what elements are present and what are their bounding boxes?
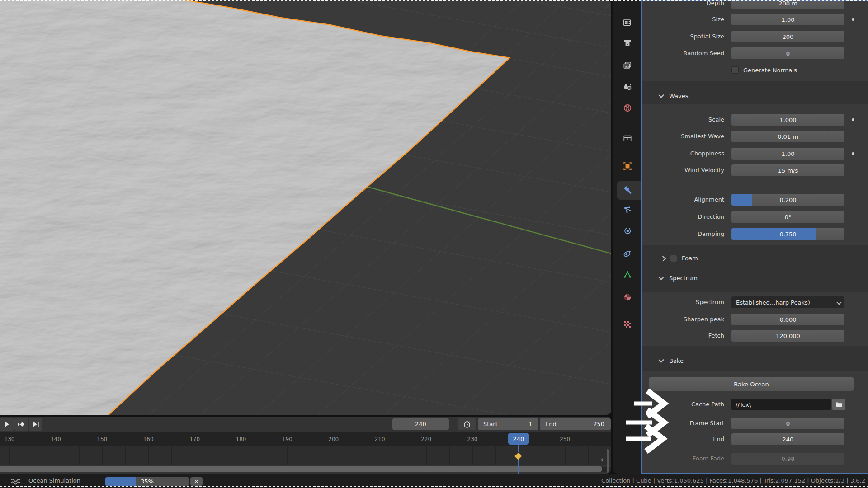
- frame-grid-line: [472, 446, 473, 465]
- next-keyframe-button[interactable]: [14, 418, 28, 431]
- playhead-frame-value: 240: [513, 436, 524, 442]
- choppiness-label: Choppiness: [642, 147, 724, 160]
- tab-object-properties[interactable]: [618, 157, 637, 175]
- render-camera-icon: [623, 18, 632, 28]
- close-icon: ✕: [194, 478, 199, 485]
- size-field[interactable]: 1.00: [731, 14, 844, 25]
- chevron-down-icon: [658, 274, 664, 280]
- frame-start-field[interactable]: Start 1: [478, 418, 538, 430]
- tab-texture-properties[interactable]: [618, 315, 637, 333]
- grid-line: [528, 0, 611, 415]
- scale-field[interactable]: 1.000: [731, 114, 844, 126]
- random-seed-field[interactable]: 0: [731, 47, 844, 59]
- sharpen-peak-field[interactable]: 0.000: [731, 314, 844, 325]
- direction-row: Direction 0°: [642, 210, 868, 224]
- wind-velocity-value: 15 m/s: [778, 167, 798, 174]
- chevron-down-icon: [658, 357, 664, 363]
- bake-frame-start-field[interactable]: 0: [731, 418, 844, 429]
- timeline-vertical-scrollbar[interactable]: [607, 449, 609, 473]
- frame-grid-line: [264, 446, 264, 465]
- tab-view-layer-properties[interactable]: [618, 56, 637, 75]
- ocean-waves-icon: [10, 478, 24, 486]
- tab-material-properties[interactable]: [618, 288, 637, 306]
- play-button[interactable]: [0, 418, 14, 431]
- frame-grid-line: [171, 446, 172, 465]
- tab-object-data-properties[interactable]: [618, 266, 637, 284]
- animate-dot[interactable]: [852, 152, 854, 155]
- tab-output-properties[interactable]: [618, 34, 637, 52]
- scale-value: 1.000: [779, 117, 796, 123]
- waves-section-header[interactable]: Waves: [642, 89, 868, 103]
- ocean-surface[interactable]: [0, 0, 509, 415]
- tab-render-properties[interactable]: [618, 14, 637, 32]
- browse-folder-button[interactable]: [832, 399, 845, 410]
- bake-section-header[interactable]: Bake: [642, 354, 868, 368]
- modifier-wrench-icon: [622, 184, 633, 195]
- wind-velocity-label: Wind Velocity: [642, 164, 724, 177]
- bake-end-field[interactable]: 240: [731, 433, 844, 445]
- jump-to-end-button[interactable]: [29, 418, 42, 431]
- generate-normals-checkbox[interactable]: [731, 66, 739, 74]
- spectrum-section-header[interactable]: Spectrum: [642, 272, 868, 285]
- alignment-slider[interactable]: 0.200: [731, 194, 844, 206]
- tab-modifier-properties[interactable]: [618, 181, 637, 199]
- tab-collection-properties[interactable]: [618, 129, 637, 147]
- tab-physics-properties[interactable]: [618, 222, 637, 240]
- y-axis-line: [362, 185, 611, 253]
- tab-world-properties[interactable]: [618, 99, 637, 117]
- tab-particle-properties[interactable]: [618, 201, 637, 219]
- frame-grid-line: [195, 446, 195, 465]
- frame-grid-line: [426, 446, 427, 465]
- spectrum-dropdown[interactable]: Established...harp Peaks): [731, 296, 844, 308]
- jump-to-end-icon: [32, 421, 39, 427]
- 3d-viewport[interactable]: [0, 0, 611, 415]
- fetch-field[interactable]: 120.000: [731, 330, 844, 342]
- wind-velocity-field[interactable]: 15 m/s: [731, 164, 844, 176]
- job-progress-text: 35%: [105, 477, 189, 486]
- bake-end-label: End: [642, 432, 724, 446]
- timeline-tick-label: 230: [467, 436, 478, 442]
- collection-box-icon: [623, 133, 632, 143]
- damping-slider[interactable]: 0.750: [731, 228, 844, 240]
- animate-dot[interactable]: [852, 18, 854, 21]
- choppiness-value: 1.00: [782, 150, 795, 157]
- frame-grid-line: [218, 446, 218, 465]
- foam-checkbox[interactable]: [670, 255, 677, 262]
- auto-keyframe-button[interactable]: [458, 418, 476, 430]
- cache-path-input[interactable]: //Tex\: [731, 399, 831, 410]
- smallest-wave-field[interactable]: 0.01 m: [731, 131, 844, 142]
- play-icon: [4, 421, 10, 427]
- cancel-job-button[interactable]: ✕: [190, 477, 203, 486]
- current-frame-value: 240: [415, 421, 426, 427]
- material-icon: [623, 292, 632, 302]
- tab-scene-properties[interactable]: [618, 78, 637, 96]
- foam-section-header[interactable]: Foam: [642, 252, 868, 265]
- tab-separator: [618, 312, 637, 312]
- timeline-editor[interactable]: 240 Start 1 End 250 13014015016017018019…: [0, 417, 611, 474]
- timeline-tick-label: 160: [143, 436, 154, 442]
- bake-ocean-button[interactable]: Bake Ocean: [649, 377, 854, 391]
- foam-fade-field: 0.98: [731, 453, 844, 465]
- frame-end-field[interactable]: End 250: [540, 418, 611, 430]
- cache-path-label: Cache Path: [642, 398, 724, 411]
- waves-title: Waves: [669, 89, 688, 103]
- timeline-tick-label: 150: [97, 436, 107, 442]
- choppiness-row: Choppiness 1.00: [642, 147, 868, 160]
- depth-field[interactable]: 200 m: [731, 0, 844, 9]
- depth-label: Depth: [642, 0, 724, 10]
- choppiness-field[interactable]: 1.00: [731, 148, 844, 160]
- sharpen-peak-row: Sharpen peak 0.000: [642, 313, 868, 326]
- frame-grid-line: [9, 446, 10, 465]
- tab-object-constraint-properties[interactable]: [618, 244, 637, 263]
- animate-dot[interactable]: [852, 118, 854, 121]
- generate-normals-row: Generate Normals: [642, 64, 868, 77]
- bake-end-value: 240: [783, 436, 794, 443]
- constraints-icon: [623, 249, 632, 258]
- timeline-scrollbar[interactable]: [0, 466, 602, 472]
- direction-field[interactable]: 0°: [731, 211, 844, 223]
- playhead-frame-badge[interactable]: 240: [508, 433, 529, 445]
- spatial-size-field[interactable]: 200: [731, 31, 844, 42]
- current-frame-field[interactable]: 240: [392, 418, 449, 430]
- frame-grid-line: [125, 446, 126, 465]
- region-collapse-arrow[interactable]: ‹: [600, 455, 604, 464]
